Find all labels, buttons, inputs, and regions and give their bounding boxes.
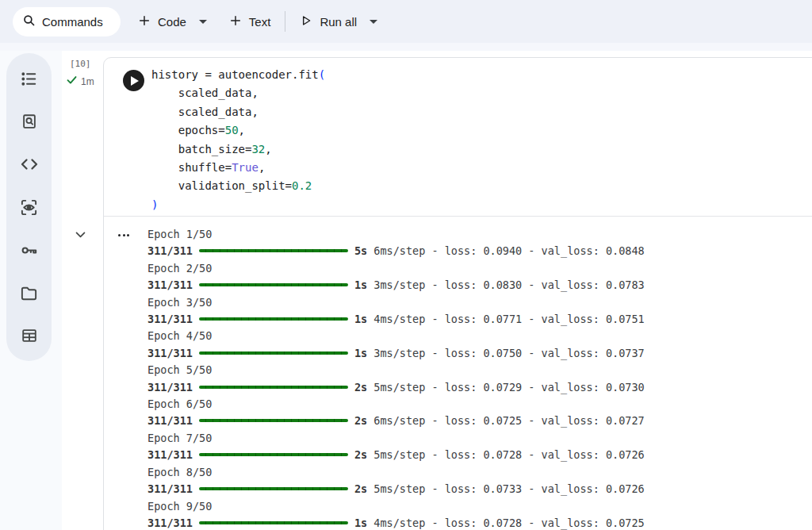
epoch-metrics: 4ms/step - loss: 0.0771 - val_loss: 0.07… [367, 313, 645, 325]
code-line: batch_size=32, [151, 140, 812, 159]
code-editor[interactable]: history = autoencoder.fit( scaled_data, … [104, 58, 812, 217]
epoch-progress-line: 311/3112s 5ms/step - loss: 0.0733 - val_… [147, 481, 812, 497]
files-folder-icon[interactable] [20, 283, 39, 302]
epoch-label: Epoch 8/50 [147, 464, 812, 481]
epoch-metrics: 5ms/step - loss: 0.0728 - val_loss: 0.07… [367, 448, 645, 461]
find-in-page-icon[interactable] [20, 112, 39, 131]
epoch-label: Epoch 7/50 [147, 430, 812, 447]
step-count: 311/311 [147, 381, 193, 394]
data-table-icon[interactable] [20, 326, 39, 345]
table-of-contents-icon[interactable] [20, 69, 39, 88]
epoch-metrics: 5ms/step - loss: 0.0733 - val_loss: 0.07… [367, 482, 645, 495]
epoch-progress-line: 311/3111s 3ms/step - loss: 0.0830 - val_… [147, 277, 812, 294]
epoch-label: Epoch 2/50 [147, 260, 812, 277]
epoch-progress-line: 311/3111s 3ms/step - loss: 0.0750 - val_… [147, 345, 812, 362]
epoch-duration: 1s [354, 278, 367, 291]
top-toolbar: Commands Code Text Run all [0, 0, 812, 43]
epoch-metrics: 5ms/step - loss: 0.0729 - val_loss: 0.07… [367, 381, 645, 394]
code-line: ) [151, 196, 812, 214]
variable-inspector-eye-icon[interactable] [20, 198, 39, 217]
epoch-metrics: 3ms/step - loss: 0.0750 - val_loss: 0.07… [367, 347, 645, 359]
commands-button[interactable]: Commands [13, 7, 121, 36]
play-outline-icon [300, 14, 312, 29]
progress-bar [199, 386, 348, 389]
search-icon [22, 13, 36, 30]
epoch-progress-line: 311/3112s 5ms/step - loss: 0.0729 - val_… [147, 379, 812, 396]
step-count: 311/311 [147, 482, 193, 495]
epoch-lines: Epoch 1/50311/3115s 6ms/step - loss: 0.0… [147, 226, 812, 530]
epoch-metrics: 6ms/step - loss: 0.0940 - val_loss: 0.08… [367, 244, 645, 257]
add-code-label: Code [158, 15, 186, 29]
epoch-duration: 5s [354, 244, 367, 257]
sidebar [6, 53, 52, 361]
run-all-label: Run all [320, 15, 357, 29]
notebook-cell: history = autoencoder.fit( scaled_data, … [103, 57, 812, 530]
add-code-button[interactable]: Code [133, 7, 191, 36]
epoch-duration: 1s [354, 517, 367, 529]
run-all-dropdown-caret-icon[interactable] [370, 20, 377, 24]
progress-bar [199, 351, 348, 355]
plus-icon [229, 14, 242, 29]
code-line: history = autoencoder.fit( [151, 66, 812, 84]
code-snippets-icon[interactable] [20, 155, 39, 174]
code-line: validation_split=0.2 [151, 177, 812, 195]
step-count: 311/311 [147, 244, 193, 257]
code-lines[interactable]: history = autoencoder.fit( scaled_data, … [151, 66, 812, 214]
epoch-duration: 2s [354, 381, 367, 394]
run-cell-button[interactable] [123, 70, 144, 91]
epoch-metrics: 4ms/step - loss: 0.0728 - val_loss: 0.07… [367, 517, 645, 529]
play-icon [131, 76, 139, 86]
add-code-dropdown-caret-icon[interactable] [199, 20, 207, 24]
add-text-button[interactable]: Text [224, 7, 276, 36]
cell-output: Epoch 1/50311/3115s 6ms/step - loss: 0.0… [104, 217, 812, 530]
progress-bar [199, 317, 348, 321]
toolbar-divider [285, 11, 285, 32]
step-count: 311/311 [147, 313, 193, 325]
run-all-button[interactable]: Run all [295, 7, 362, 36]
execution-status: 1m [66, 74, 94, 89]
code-line: scaled_data, [151, 84, 812, 102]
code-line: shuffle=True, [151, 159, 812, 177]
step-count: 311/311 [147, 448, 193, 461]
check-icon [66, 74, 78, 89]
epoch-progress-line: 311/3112s 6ms/step - loss: 0.0725 - val_… [147, 413, 812, 429]
left-rail [0, 51, 62, 530]
toolbar-shadow-strip [0, 43, 812, 51]
progress-bar [199, 249, 348, 252]
epoch-duration: 2s [354, 448, 367, 461]
execution-count[interactable]: [10] [70, 59, 91, 69]
epoch-label: Epoch 5/50 [147, 362, 812, 378]
epoch-label: Epoch 1/50 [147, 226, 812, 243]
epoch-duration: 2s [354, 414, 367, 427]
epoch-label: Epoch 4/50 [147, 328, 812, 344]
progress-bar [199, 453, 348, 456]
epoch-progress-line: 311/3111s 4ms/step - loss: 0.0771 - val_… [147, 311, 812, 328]
execution-time: 1m [81, 76, 94, 87]
epoch-metrics: 6ms/step - loss: 0.0725 - val_loss: 0.07… [367, 414, 645, 427]
epoch-label: Epoch 9/50 [147, 498, 812, 515]
epoch-progress-line: 311/3112s 5ms/step - loss: 0.0728 - val_… [147, 447, 812, 463]
step-count: 311/311 [147, 278, 193, 291]
progress-bar [199, 487, 348, 490]
epoch-metrics: 3ms/step - loss: 0.0830 - val_loss: 0.07… [367, 278, 645, 291]
epoch-duration: 1s [354, 347, 367, 359]
progress-bar [199, 521, 348, 524]
chevron-down-icon[interactable] [74, 228, 87, 244]
step-count: 311/311 [147, 414, 193, 427]
progress-bar [199, 419, 348, 422]
epoch-progress-line: 311/3115s 6ms/step - loss: 0.0940 - val_… [147, 243, 812, 259]
epoch-progress-line: 311/3111s 4ms/step - loss: 0.0728 - val_… [147, 515, 812, 530]
output-options-icon[interactable] [116, 232, 132, 239]
progress-bar [199, 283, 348, 286]
epoch-label: Epoch 3/50 [147, 294, 812, 311]
epoch-duration: 1s [354, 313, 367, 325]
step-count: 311/311 [147, 517, 193, 529]
commands-label: Commands [42, 15, 103, 29]
add-text-label: Text [249, 15, 271, 29]
code-line: scaled_data, [151, 103, 812, 121]
code-line: epochs=50, [151, 121, 812, 140]
secrets-key-icon[interactable] [20, 240, 39, 259]
step-count: 311/311 [147, 347, 193, 359]
epoch-label: Epoch 6/50 [147, 396, 812, 413]
plus-icon [138, 14, 151, 29]
